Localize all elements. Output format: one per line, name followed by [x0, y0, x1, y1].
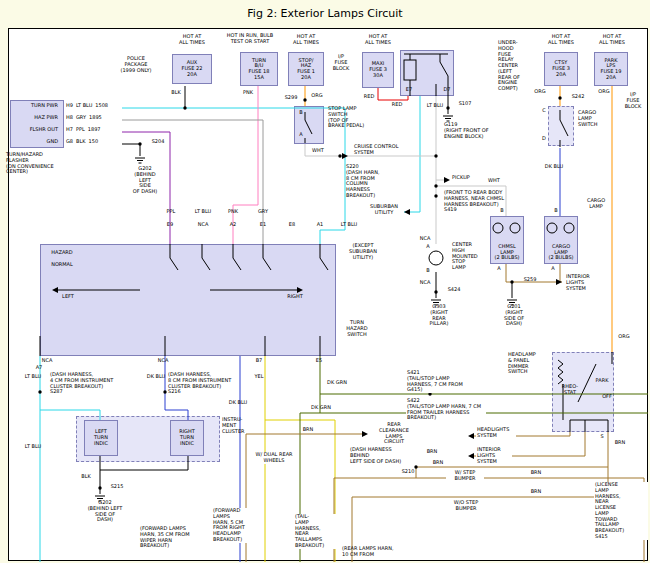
wire-blk-2: BLK — [78, 474, 94, 480]
w-dual-rear-wheels-note: W/ DUAL REAR WHEELS — [250, 452, 298, 464]
wire-gry: GRY — [254, 209, 272, 215]
cargo-lamp-label: CARGO LAMP — [582, 198, 610, 210]
splice-s415-note: (LICENSE LAMP HARNESS, NEAR LICENSE LAMP… — [594, 482, 648, 540]
wire-org-2: ORG — [532, 89, 548, 95]
flasher-pin-row-1: H9LT BLU1508 — [66, 102, 108, 108]
ground-g202-top: G202 (BEHIND LEFT SIDE OF DASH) — [122, 166, 168, 195]
cruise-control-label: CRUISE CONTROL SYSTEM — [354, 144, 412, 156]
ground-g201: G201 (RIGHT SIDE OF DASH) — [496, 304, 532, 327]
flasher-label: TURN/HAZARD FLASHER (ON CONVENIENCE CENT… — [6, 152, 68, 175]
wire-ltblu-2: LT BLU — [336, 222, 362, 228]
fuse-aux: AUX FUSE 22 20A — [172, 54, 212, 84]
wo-step-bumper-note: W/O STEP BUMPER — [446, 500, 486, 512]
terminal-nca-5: NCA — [416, 280, 434, 286]
wire-dkblu-3: DK BLU — [540, 164, 568, 170]
hot-at-all-times-3: HOT AT ALL TIMES — [357, 34, 399, 46]
fuse-maxi: MAXI FUSE 3 30A — [362, 52, 394, 88]
circuit-number: 150 — [89, 138, 99, 144]
relay-term-d7: D7 — [441, 87, 453, 93]
ip-fuse-block-2: I/P FUSE BLOCK — [618, 92, 648, 109]
hot-at-all-times-2: HOT AT ALL TIMES — [285, 34, 327, 46]
pin: H8 — [66, 114, 73, 120]
turn-hazard-switch-label: TURN HAZARD SWITCH — [340, 320, 374, 337]
pin: G8 — [66, 138, 73, 144]
flasher-pin-row-2: H8GRY1895 — [66, 114, 102, 120]
wire-ltblu-1: LT BLU — [190, 209, 216, 215]
splice-s216-note: (DASH HARNESS, 8 CM FROM INSTRUMENT CLUS… — [168, 372, 232, 395]
terminal-c-cargosw: C — [540, 108, 548, 114]
ip-fuse-block-1: I/P FUSE BLOCK — [328, 54, 354, 71]
wiring-diagram-page: Fig 2: Exterior Lamps Circuit AUX FUSE 2… — [0, 0, 650, 563]
flasher-pin-row-4: G8BLK150 — [66, 138, 98, 144]
wire-blk-aux: BLK — [168, 90, 184, 96]
except-suburban-note: (EXCEPT SUBURBAN UTILITY) — [342, 243, 384, 260]
terminal-a7: A7 — [32, 365, 46, 371]
terminal-nca-3: NCA — [154, 358, 172, 364]
rheostat-label: RHEO- STAT — [556, 384, 584, 396]
hot-at-all-times-5: HOT AT ALL TIMES — [591, 34, 633, 46]
left-turn-indicator-box: LEFT TURN INDIC — [84, 420, 118, 456]
hot-in-run-label: HOT IN RUN, BULB TEST OR START — [219, 33, 281, 45]
wire-yel-1: YEL — [250, 374, 268, 380]
underhood-center-note: UNDER- HOOD FUSE RELAY CENTER (LEFT REAR… — [498, 40, 534, 92]
wire-red-2: RED — [388, 102, 406, 108]
wire-color: PPL — [76, 126, 85, 132]
interior-lights-1: INTERIOR LIGHTS SYSTEM — [566, 274, 600, 291]
terminal-b-chmsl2: B — [498, 208, 506, 214]
terminal-a1: A1 — [313, 222, 327, 228]
splice-s424: S424 — [442, 287, 466, 293]
right-turn-indicator-box: RIGHT TURN INDIC — [170, 420, 204, 456]
tail-harness-note: (TAIL- LAMP HARNESS, NEAR TAILLAMPS BREA… — [294, 514, 338, 549]
terminal-e1: E1 — [256, 222, 270, 228]
wire-brn-1: BRN — [300, 427, 316, 433]
terminal-d-cargosw: D — [540, 136, 548, 142]
wire-brn-3: BRN — [528, 470, 544, 476]
chmsl-single-label: CENTER HIGH MOUNTED STOP LAMP — [452, 242, 488, 271]
terminal-b-chmsl: B — [424, 268, 432, 274]
hot-at-all-times-1: HOT AT ALL TIMES — [171, 34, 213, 46]
wire-red-1: RED — [360, 94, 378, 100]
pin: H7 — [66, 126, 73, 132]
police-package-note: POLICE PACKAGE (1999 ONLY) — [108, 56, 164, 73]
wire-ltblu-relay: LT BLU — [422, 103, 448, 109]
splice-s204: S204 — [146, 139, 170, 145]
wire-dkgrn-2: DK GRN — [306, 405, 336, 411]
splice-s422-note: S422 (TAIL/STOP LAMP HARN, 7 CM FROM TRA… — [406, 398, 486, 421]
ground-g119: G119 (RIGHT FRONT OF ENGINE BLOCK) — [444, 122, 498, 139]
wire-pnk: PNK — [224, 209, 242, 215]
wire-wht-1: WHT — [308, 148, 328, 154]
terminal-a-chmsl: A — [424, 244, 432, 250]
terminal-a-cargo2: A — [548, 266, 558, 272]
splice-s107: S107 — [454, 101, 476, 107]
circuit-number: 1895 — [89, 114, 102, 120]
chmsl2-label: CHMSL LAMP (2 BULBS) — [494, 244, 519, 261]
wire-dkblu-1: DK BLU — [142, 374, 170, 380]
wire-brn-5: BRN — [612, 440, 628, 446]
wire-org-4: ORG — [616, 334, 632, 340]
hazard-pos-label: HAZARD — [46, 250, 78, 256]
terminal-e9: E9 — [163, 222, 177, 228]
wire-color: BLK — [76, 138, 86, 144]
terminal-b-stopsw: B — [297, 110, 305, 116]
wire-dkblu-2: DK BLU — [224, 400, 252, 406]
normal-pos-label: NORMAL — [46, 262, 78, 268]
flasher-row-turn-pwr: TURN PWR — [12, 103, 58, 109]
cargo2-label: CARGO LAMP (2 BULBS) — [548, 244, 573, 261]
splice-s259: S259 — [518, 277, 542, 283]
terminal-e8: E8 — [285, 222, 299, 228]
chmsl-2bulb-box: CHMSL LAMP (2 BULBS) — [490, 216, 524, 264]
flasher-row-flshr-out: FLSHR OUT — [12, 127, 58, 133]
wire-pnk-top: PNK — [240, 90, 256, 96]
park-pos-label: PARK — [590, 378, 614, 384]
fuse-park: PARK LPS FUSE 19 20A — [594, 52, 628, 86]
splice-s220-note: S220 (DASH HARN, 8 CM FROM COLUMN HARNES… — [346, 164, 388, 199]
terminal-nca-1: NCA — [194, 222, 212, 228]
splice-s299: S299 — [280, 95, 302, 101]
splice-s210: S210 — [396, 469, 420, 475]
dash-behind-note: (DASH HARNESS BEHIND LEFT SIDE OF DASH) — [350, 447, 412, 464]
wire-wht-2: WHT — [484, 178, 504, 184]
headlamp-switch-label: HEADLAMP & PANEL DIMMER SWITCH — [508, 352, 550, 375]
relay-term-e7: E7 — [403, 87, 415, 93]
off-pos-label: OFF — [598, 394, 616, 400]
stop-lamp-switch-label: STOP LAMP SWITCH (TOP OF BRAKE PEDAL) — [328, 106, 372, 129]
